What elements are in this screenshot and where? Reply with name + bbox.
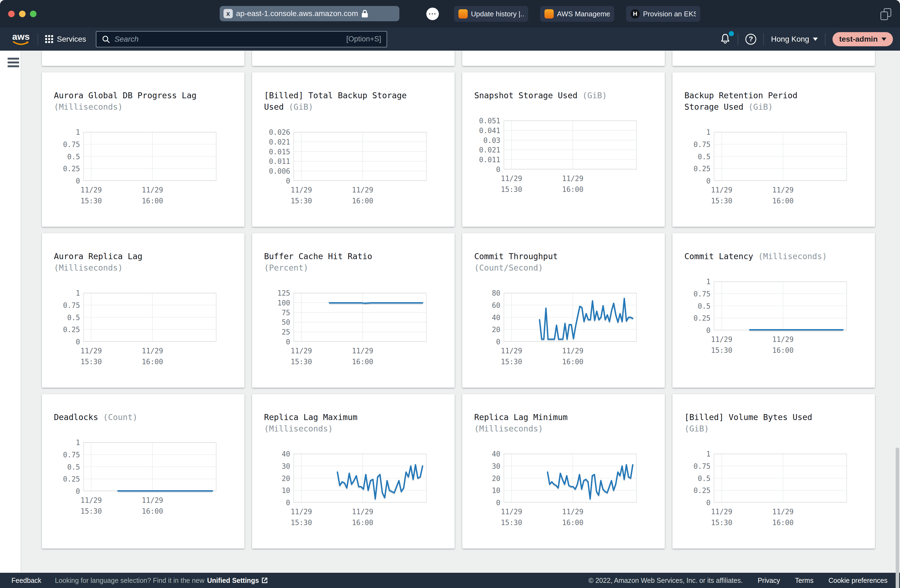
aws-smile-icon bbox=[12, 41, 29, 46]
metric-card-title: Backup Retention Period Storage Used (Gi… bbox=[684, 90, 833, 113]
metric-title-text: Commit Latency bbox=[684, 251, 758, 261]
terms-link[interactable]: Terms bbox=[795, 577, 813, 585]
y-tick-label: 10 bbox=[264, 486, 290, 495]
metric-card[interactable]: Aurora Global DB Progress Lag(Millisecon… bbox=[42, 72, 244, 227]
metric-card[interactable]: [Billed] Total Backup Storage Used (GiB)… bbox=[252, 72, 455, 227]
x-tick-label: 11/2915:30 bbox=[291, 346, 312, 367]
close-window-button[interactable] bbox=[8, 11, 15, 17]
extension-icon[interactable]: x bbox=[223, 9, 233, 18]
x-axis-labels: 11/2915:3011/2916:00 bbox=[504, 454, 637, 530]
metric-unit-text: (Milliseconds) bbox=[264, 424, 333, 433]
y-tick-label: 0.75 bbox=[684, 290, 711, 298]
metric-card-title: Snapshot Storage Used (GiB) bbox=[474, 90, 622, 101]
metric-card[interactable]: Aurora Replica Lag(Milliseconds) 10.750.… bbox=[42, 233, 244, 388]
unified-settings-label: Unified Settings bbox=[207, 577, 259, 585]
y-tick-label: 1 bbox=[54, 439, 80, 447]
y-tick-label: 40 bbox=[474, 450, 500, 458]
menu-hamburger-icon[interactable] bbox=[8, 58, 19, 69]
metric-card-title: Buffer Cache Hit Ratio(Percent) bbox=[264, 251, 413, 274]
metric-card-title: Commit Throughput(Count/Second) bbox=[474, 251, 622, 274]
metric-card[interactable]: [Billed] Volume Bytes Used(GiB) 10.750.5… bbox=[672, 394, 875, 549]
y-tick-label: 1 bbox=[684, 128, 711, 137]
x-tick-label: 11/2915:30 bbox=[501, 173, 522, 195]
metric-unit-text: (GiB) bbox=[582, 91, 607, 100]
region-selector[interactable]: Hong Kong bbox=[771, 35, 818, 43]
x-tick-label: 11/2916:00 bbox=[562, 506, 583, 528]
privacy-link[interactable]: Privacy bbox=[757, 577, 780, 585]
y-tick-label: 0.5 bbox=[54, 463, 80, 471]
search-input[interactable] bbox=[114, 35, 346, 43]
navbar-divider bbox=[763, 33, 764, 45]
copy-tabs-icon[interactable] bbox=[880, 8, 891, 20]
x-tick-label: 11/2915:30 bbox=[291, 506, 312, 528]
metric-unit-text: (GiB) bbox=[748, 102, 773, 112]
minimize-window-button[interactable] bbox=[19, 11, 26, 17]
metric-card-partial[interactable] bbox=[252, 51, 455, 66]
x-tick-label: 11/2916:00 bbox=[142, 185, 163, 206]
metric-card[interactable]: Commit Throughput(Count/Second) 80604020… bbox=[462, 233, 665, 388]
metric-card[interactable]: Buffer Cache Hit Ratio(Percent) 12510075… bbox=[252, 233, 455, 388]
help-button[interactable]: ? bbox=[745, 34, 756, 45]
chevron-down-icon bbox=[813, 37, 818, 41]
metric-chart: 806040200 11/2915:3011/2916:00 bbox=[474, 293, 653, 369]
metric-card-partial[interactable] bbox=[462, 51, 665, 66]
account-menu-button[interactable]: test-admin bbox=[832, 32, 893, 46]
address-bar[interactable]: x ap-east-1.console.aws.amazon.com bbox=[220, 6, 399, 21]
metric-card[interactable]: Commit Latency (Milliseconds) 10.750.50.… bbox=[672, 233, 875, 388]
metric-chart: 10.750.50.250 11/2915:3011/2916:00 bbox=[684, 281, 863, 358]
metric-card-title: Deadlocks (Count) bbox=[54, 411, 202, 423]
unified-settings-link[interactable]: Unified Settings bbox=[207, 577, 268, 585]
metric-card-partial[interactable] bbox=[42, 51, 244, 66]
cookie-preferences-link[interactable]: Cookie preferences bbox=[829, 577, 888, 585]
y-tick-label: 30 bbox=[264, 462, 290, 470]
metric-card[interactable]: Replica Lag Maximum(Milliseconds) 403020… bbox=[252, 394, 455, 549]
x-tick-label: 11/2915:30 bbox=[81, 185, 102, 206]
y-tick-label: 0.021 bbox=[474, 146, 500, 154]
aws-logo[interactable]: aws bbox=[11, 33, 31, 46]
metric-card-title: Replica Lag Maximum(Milliseconds) bbox=[264, 411, 413, 434]
y-tick-label: 0.03 bbox=[474, 137, 500, 144]
navbar-divider bbox=[37, 33, 38, 45]
services-menu-button[interactable]: Services bbox=[45, 35, 86, 43]
browser-tab-provision-eks[interactable]: H Provision an EKS... bbox=[626, 6, 700, 22]
notifications-button[interactable] bbox=[720, 33, 731, 46]
y-tick-label: 40 bbox=[474, 313, 500, 322]
feedback-button[interactable]: Feedback bbox=[11, 577, 41, 585]
y-tick-label: 20 bbox=[264, 475, 290, 483]
metric-unit-text: (Count/Second) bbox=[474, 263, 543, 273]
x-axis-labels: 11/2915:3011/2916:00 bbox=[714, 281, 847, 358]
metric-card-partial[interactable] bbox=[672, 51, 875, 66]
metric-card[interactable]: Backup Retention Period Storage Used (Gi… bbox=[672, 72, 875, 227]
services-label: Services bbox=[57, 35, 86, 43]
metric-unit-text: (Count) bbox=[103, 413, 138, 422]
metric-chart: 10.750.50.250 11/2915:3011/2916:00 bbox=[684, 132, 863, 208]
metric-card[interactable]: Replica Lag Minimum(Milliseconds) 403020… bbox=[462, 394, 665, 549]
y-tick-label: 0.75 bbox=[54, 451, 80, 459]
y-tick-label: 0 bbox=[264, 177, 290, 185]
metric-unit-text: (Milliseconds) bbox=[54, 263, 123, 273]
address-more-button[interactable]: ··· bbox=[426, 8, 439, 20]
y-tick-label: 1 bbox=[684, 278, 711, 286]
metric-unit-text: (Milliseconds) bbox=[474, 424, 543, 433]
y-tick-label: 10 bbox=[474, 486, 500, 495]
metric-card[interactable]: Deadlocks (Count) 10.750.50.250 11/2915:… bbox=[42, 394, 244, 549]
search-icon bbox=[102, 35, 110, 43]
metric-card-title: [Billed] Volume Bytes Used(GiB) bbox=[684, 411, 833, 434]
y-tick-label: 0.051 bbox=[474, 117, 500, 125]
metric-card[interactable]: Snapshot Storage Used (GiB) 0.0510.0410.… bbox=[462, 72, 665, 227]
y-tick-label: 0.026 bbox=[264, 128, 290, 137]
metric-title-text: Buffer Cache Hit Ratio bbox=[264, 251, 372, 261]
x-axis-labels: 11/2915:3011/2916:00 bbox=[714, 132, 847, 208]
x-axis-labels: 11/2915:3011/2916:00 bbox=[293, 132, 427, 208]
global-search[interactable]: [Option+S] bbox=[96, 31, 387, 47]
y-tick-label: 0.75 bbox=[684, 140, 711, 149]
browser-tab-aws-management[interactable]: AWS Managemen... bbox=[540, 6, 614, 22]
zoom-window-button[interactable] bbox=[30, 11, 36, 17]
y-tick-label: 0.041 bbox=[474, 127, 500, 135]
x-tick-label: 11/2915:30 bbox=[501, 506, 522, 528]
y-tick-label: 0 bbox=[54, 338, 80, 346]
x-tick-label: 11/2916:00 bbox=[142, 495, 163, 517]
x-axis-labels: 11/2915:3011/2916:00 bbox=[83, 293, 216, 369]
browser-tab-update-history[interactable]: Update history |... bbox=[454, 6, 528, 22]
vertical-scrollbar[interactable] bbox=[895, 448, 899, 588]
